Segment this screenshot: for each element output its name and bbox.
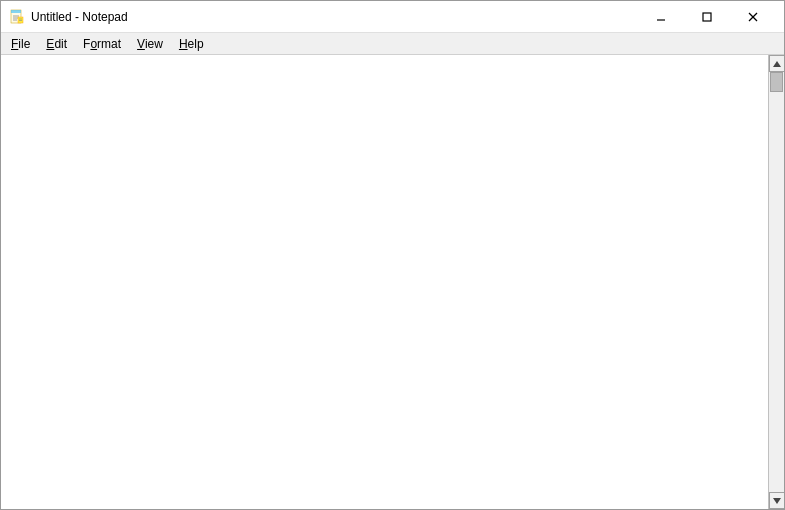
menu-help[interactable]: Help [171,33,212,54]
menu-view[interactable]: View [129,33,171,54]
title-bar-left: Untitled - Notepad [9,9,128,25]
scrollbar-vertical [768,55,784,509]
title-bar: Untitled - Notepad [1,1,784,33]
svg-line-11 [749,13,757,21]
maximize-button[interactable] [684,1,730,33]
notepad-window: Untitled - Notepad File [0,0,785,510]
scroll-down-button[interactable] [769,492,785,509]
window-title: Untitled - Notepad [31,10,128,24]
scroll-track[interactable] [769,72,784,492]
svg-marker-13 [773,498,781,504]
menu-edit[interactable]: Edit [38,33,75,54]
menu-format[interactable]: Format [75,33,129,54]
title-bar-controls [638,1,776,33]
close-button[interactable] [730,1,776,33]
menu-bar: File Edit Format View Help [1,33,784,55]
svg-line-10 [749,13,757,21]
scroll-thumb[interactable] [770,72,783,92]
svg-rect-9 [703,13,711,21]
text-editor[interactable] [1,55,768,509]
notepad-icon [9,9,25,25]
svg-rect-5 [18,17,23,23]
svg-marker-12 [773,61,781,67]
editor-area [1,55,784,509]
svg-rect-1 [11,10,21,13]
scroll-up-button[interactable] [769,55,785,72]
minimize-button[interactable] [638,1,684,33]
menu-file[interactable]: File [3,33,38,54]
